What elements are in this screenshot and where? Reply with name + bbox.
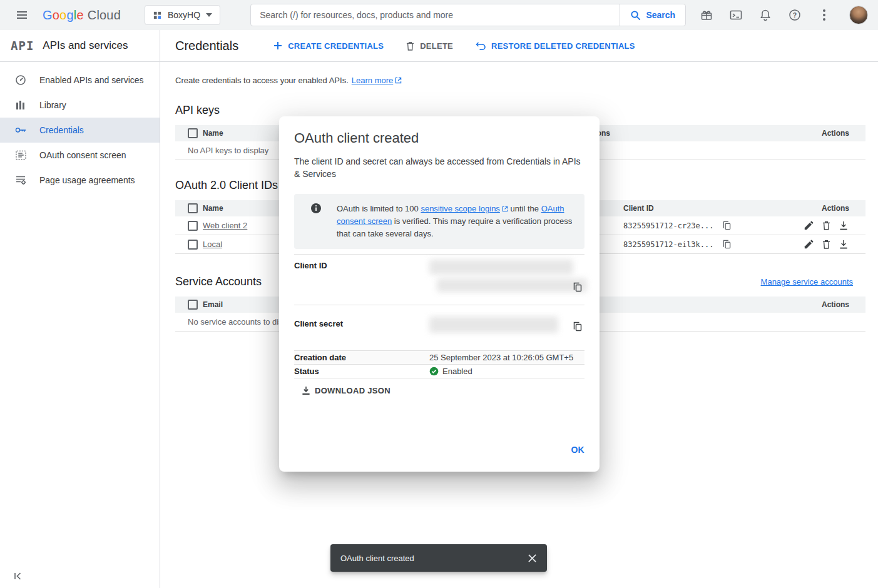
create-credentials-label: CREATE CREDENTIALS	[288, 41, 384, 51]
copy-icon[interactable]	[722, 239, 733, 250]
cloud-shell-icon[interactable]	[728, 7, 744, 23]
creation-date-label: Creation date	[294, 353, 429, 362]
agreements-icon	[15, 175, 26, 186]
client-id-label: Client ID	[294, 261, 429, 297]
redacted-client-id-value	[437, 278, 587, 292]
consent-screen-icon	[15, 150, 26, 161]
sidebar-item-credentials[interactable]: Credentials	[0, 118, 160, 143]
sensitive-scope-logins-link[interactable]: sensitive scope logins	[421, 204, 508, 213]
column-actions: Actions	[779, 129, 865, 138]
close-icon[interactable]	[523, 549, 541, 567]
download-json-label: DOWNLOAD JSON	[315, 386, 391, 395]
sidebar-title: APIs and services	[43, 39, 128, 52]
snackbar-message: OAuth client created	[340, 554, 523, 563]
hamburger-menu-icon[interactable]	[14, 7, 30, 23]
row-checkbox[interactable]	[188, 240, 198, 250]
api-logo: API	[11, 39, 34, 53]
project-selector[interactable]: BoxyHQ	[145, 5, 220, 25]
external-link-icon	[395, 77, 402, 84]
search-input[interactable]	[251, 4, 620, 26]
topbar: Google Cloud BoxyHQ Search ?	[0, 0, 878, 30]
restore-credentials-button[interactable]: RESTORE DELETED CREDENTIALS	[476, 41, 635, 51]
project-icon	[153, 11, 162, 20]
search-icon	[630, 10, 641, 21]
status-label: Status	[294, 367, 429, 376]
sidebar: API APIs and services Enabled APIs and s…	[0, 30, 160, 588]
caret-down-icon	[206, 13, 212, 17]
creation-date-value: 25 September 2023 at 10:26:05 GMT+5	[429, 353, 584, 362]
avatar[interactable]	[849, 6, 868, 24]
redacted-client-id-value	[429, 260, 573, 275]
sidebar-item-oauth-consent[interactable]: OAuth consent screen	[0, 143, 160, 168]
select-all-checkbox[interactable]	[188, 203, 198, 213]
logo-letter: G	[43, 8, 53, 23]
intro-sentence: Create credentials to access your enable…	[175, 76, 349, 85]
project-name: BoxyHQ	[168, 10, 200, 20]
delete-icon[interactable]	[820, 239, 832, 250]
client-name-link[interactable]: Web client 2	[203, 221, 247, 230]
download-icon[interactable]	[838, 220, 849, 231]
sidebar-item-label: Page usage agreements	[39, 175, 135, 185]
sidebar-nav: Enabled APIs and services Library Creden…	[0, 62, 160, 193]
client-id-row: Client ID	[294, 255, 584, 305]
page-title: Credentials	[175, 39, 238, 53]
learn-more-link[interactable]: Learn more	[352, 76, 402, 85]
client-name-link[interactable]: Local	[203, 240, 222, 249]
search-bar: Search	[250, 4, 686, 26]
sidebar-item-enabled-apis[interactable]: Enabled APIs and services	[0, 68, 160, 93]
search-button-label: Search	[646, 10, 675, 20]
help-icon[interactable]: ?	[787, 7, 803, 23]
more-options-icon[interactable]	[816, 7, 832, 23]
snackbar: OAuth client created	[330, 544, 547, 572]
creation-date-row: Creation date 25 September 2023 at 10:26…	[294, 351, 584, 365]
delete-icon	[406, 41, 414, 51]
sidebar-item-label: Credentials	[39, 125, 84, 135]
sidebar-item-page-usage[interactable]: Page usage agreements	[0, 168, 160, 193]
logo-cloud-text: Cloud	[88, 8, 121, 23]
delete-label: DELETE	[420, 41, 453, 51]
delete-button[interactable]: DELETE	[406, 41, 453, 51]
intro-text: Create credentials to access your enable…	[175, 76, 865, 85]
search-button[interactable]: Search	[620, 4, 685, 26]
delete-icon[interactable]	[820, 220, 832, 231]
create-credentials-button[interactable]: CREATE CREDENTIALS	[273, 41, 384, 51]
status-value: Enabled	[442, 367, 472, 376]
column-client-id: Client ID	[623, 204, 779, 213]
logo-letter: o	[59, 8, 66, 23]
key-icon	[15, 124, 26, 136]
collapse-sidebar-icon[interactable]	[13, 572, 23, 580]
ok-button[interactable]: OK	[571, 445, 584, 455]
page-header: Credentials CREATE CREDENTIALS DELETE RE…	[160, 30, 878, 62]
copy-icon[interactable]	[722, 220, 733, 231]
notifications-icon[interactable]	[757, 7, 773, 23]
edit-icon[interactable]	[803, 239, 814, 250]
client-id-value: 83255951712-eil3k...	[623, 240, 714, 249]
client-secret-row: Client secret	[294, 305, 584, 351]
select-all-checkbox[interactable]	[188, 300, 198, 310]
sidebar-item-label: OAuth consent screen	[39, 150, 126, 160]
copy-client-secret-button[interactable]	[573, 322, 582, 332]
info-icon	[310, 203, 322, 240]
row-checkbox[interactable]	[188, 221, 198, 231]
gift-icon[interactable]	[698, 7, 715, 23]
download-json-button[interactable]: DOWNLOAD JSON	[302, 386, 391, 395]
edit-icon[interactable]	[803, 220, 814, 231]
logo-letter: o	[53, 8, 59, 23]
page-toolbar: CREATE CREDENTIALS DELETE RESTORE DELETE…	[273, 41, 635, 51]
manage-service-accounts-link[interactable]: Manage service accounts	[761, 277, 853, 286]
svg-text:?: ?	[793, 11, 797, 19]
restore-icon	[476, 42, 486, 50]
column-actions: Actions	[779, 204, 865, 213]
info-banner: OAuth is limited to 100 sensitive scope …	[294, 194, 584, 249]
download-icon[interactable]	[838, 239, 849, 250]
restore-label: RESTORE DELETED CREDENTIALS	[491, 41, 635, 51]
topbar-actions: ?	[698, 6, 872, 24]
logo-letter: g	[66, 8, 73, 23]
sidebar-item-library[interactable]: Library	[0, 93, 160, 118]
empty-state-text: No API keys to display	[175, 146, 268, 155]
download-icon	[302, 386, 310, 395]
add-icon	[273, 41, 282, 50]
copy-client-id-button[interactable]	[573, 282, 582, 292]
service-accounts-heading: Service Accounts	[175, 275, 262, 288]
dialog-description: The client ID and secret can always be a…	[294, 155, 584, 180]
